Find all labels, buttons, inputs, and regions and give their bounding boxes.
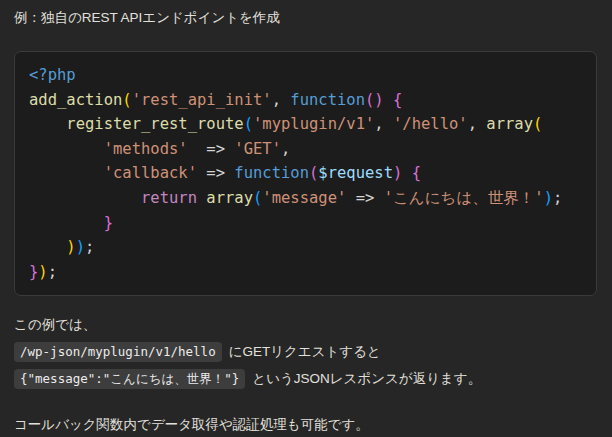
code-lines: <?phpadd_action('rest_api_init', functio… — [29, 63, 582, 284]
explanation: この例では、 /wp-json/myplugin/v1/helloにGETリクエ… — [14, 311, 597, 434]
code-line: }); — [29, 260, 582, 285]
endpoint-inline-code: /wp-json/myplugin/v1/hello — [14, 342, 222, 362]
callback-note: コールバック関数内でデータ取得や認証処理も可能です。 — [14, 415, 597, 434]
response-inline-code: {"message":"こんにちは、世界！"} — [14, 369, 245, 389]
explanation-intro-line: この例では、 — [14, 311, 597, 338]
code-line: register_rest_route('myplugin/v1', '/hel… — [29, 112, 582, 137]
code-line: )); — [29, 235, 582, 260]
code-line: <?php — [29, 63, 582, 88]
php-code-block: <?phpadd_action('rest_api_init', functio… — [14, 51, 597, 296]
code-line: add_action('rest_api_init', function() { — [29, 88, 582, 113]
response-line: {"message":"こんにちは、世界！"}というJSONレスポンスが返ります… — [14, 365, 597, 392]
code-line: return array('message' => 'こんにちは、世界！'); — [29, 186, 582, 211]
code-line: } — [29, 211, 582, 236]
code-line: 'methods' => 'GET', — [29, 137, 582, 162]
code-line: 'callback' => function($request) { — [29, 161, 582, 186]
chat-message: 例：独自のREST APIエンドポイントを作成 <?phpadd_action(… — [0, 0, 612, 434]
endpoint-line: /wp-json/myplugin/v1/helloにGETリクエストすると — [14, 338, 597, 365]
example-heading: 例：独自のREST APIエンドポイントを作成 — [14, 8, 597, 27]
explanation-intro-text: この例では、 — [14, 317, 96, 332]
endpoint-line-text: にGETリクエストすると — [229, 344, 381, 359]
response-line-text: というJSONレスポンスが返ります。 — [252, 371, 481, 386]
